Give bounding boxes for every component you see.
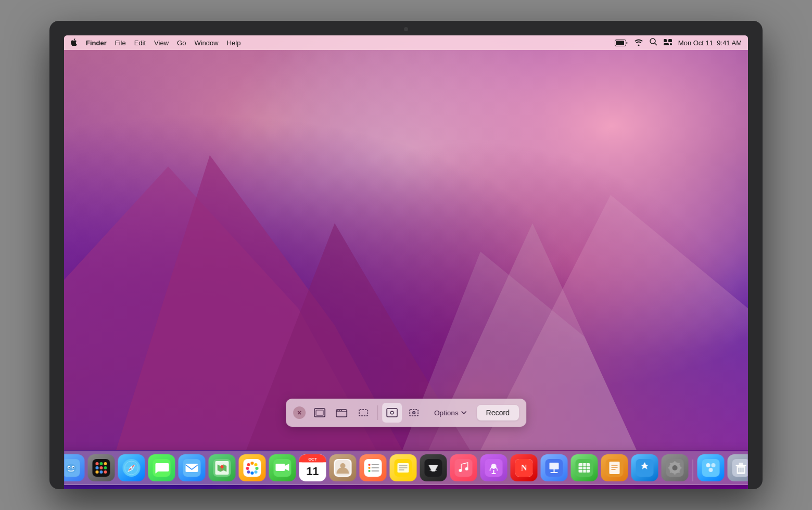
dock-item-appletv[interactable] bbox=[420, 454, 447, 481]
apple-menu[interactable] bbox=[70, 39, 78, 47]
dock-item-system-preferences[interactable] bbox=[662, 454, 689, 481]
dock-item-podcasts[interactable] bbox=[480, 454, 508, 481]
menubar-right: Mon Oct 11 9:41 AM bbox=[615, 38, 742, 47]
svg-rect-5 bbox=[664, 43, 669, 45]
dock-item-keynote[interactable] bbox=[541, 454, 568, 481]
svg-point-52 bbox=[256, 467, 259, 470]
svg-point-58 bbox=[250, 466, 255, 470]
options-label: Options bbox=[434, 409, 459, 417]
svg-point-57 bbox=[247, 463, 250, 466]
svg-text:OCT: OCT bbox=[308, 457, 316, 462]
dock-item-messages[interactable] bbox=[148, 454, 175, 481]
svg-point-72 bbox=[369, 467, 371, 469]
dock-item-finder[interactable] bbox=[64, 454, 85, 481]
svg-point-36 bbox=[104, 470, 107, 474]
svg-rect-116 bbox=[674, 472, 676, 475]
dock-separator bbox=[693, 460, 693, 481]
menu-window[interactable]: Window bbox=[194, 39, 218, 47]
svg-point-28 bbox=[96, 462, 99, 465]
screen: Finder File Edit View Go Window Help bbox=[64, 35, 748, 489]
dock-item-facetime[interactable] bbox=[269, 454, 296, 481]
svg-point-17 bbox=[391, 412, 393, 414]
svg-point-34 bbox=[96, 470, 99, 474]
svg-rect-4 bbox=[668, 39, 672, 42]
svg-point-30 bbox=[104, 462, 107, 465]
svg-point-55 bbox=[247, 470, 250, 474]
svg-rect-60 bbox=[276, 464, 285, 471]
dock-item-artstudio[interactable] bbox=[697, 454, 725, 481]
dock-item-maps[interactable] bbox=[209, 454, 236, 481]
toolbar-separator-1 bbox=[377, 405, 378, 420]
svg-point-56 bbox=[246, 467, 249, 470]
svg-point-74 bbox=[369, 470, 371, 472]
svg-point-54 bbox=[251, 471, 254, 475]
svg-rect-14 bbox=[359, 410, 367, 416]
dock-item-news[interactable]: N bbox=[511, 454, 538, 481]
svg-point-50 bbox=[251, 462, 254, 465]
svg-point-87 bbox=[491, 464, 497, 469]
svg-point-13 bbox=[341, 410, 342, 411]
svg-point-35 bbox=[100, 470, 103, 474]
svg-point-42 bbox=[131, 467, 132, 469]
dock-item-reminders[interactable] bbox=[360, 454, 387, 481]
svg-text:N: N bbox=[521, 463, 527, 472]
record-button[interactable]: Record bbox=[477, 405, 519, 420]
dock-item-contacts[interactable] bbox=[329, 454, 357, 481]
svg-point-26 bbox=[73, 467, 74, 468]
svg-point-51 bbox=[255, 463, 258, 466]
control-center-icon[interactable] bbox=[664, 39, 672, 47]
capture-entire-screen-button[interactable] bbox=[310, 403, 329, 423]
svg-point-111 bbox=[673, 465, 678, 470]
app-name[interactable]: Finder bbox=[86, 39, 107, 47]
svg-point-11 bbox=[337, 410, 338, 411]
dock-item-mail[interactable] bbox=[179, 454, 206, 481]
menu-edit[interactable]: Edit bbox=[134, 39, 146, 47]
svg-rect-118 bbox=[668, 467, 671, 469]
dock-item-calendar[interactable]: OCT 11 bbox=[299, 454, 326, 481]
menu-go[interactable]: Go bbox=[177, 39, 186, 47]
svg-point-22 bbox=[66, 464, 77, 473]
record-selection-button[interactable] bbox=[404, 403, 424, 423]
wifi-icon bbox=[634, 39, 643, 47]
svg-rect-3 bbox=[664, 39, 667, 42]
battery-icon bbox=[615, 40, 628, 46]
dock-item-music[interactable] bbox=[450, 454, 477, 481]
dock-item-photos[interactable] bbox=[239, 454, 266, 481]
dock-item-pages[interactable] bbox=[601, 454, 628, 481]
svg-point-70 bbox=[369, 464, 371, 466]
dock-item-trash[interactable] bbox=[728, 454, 748, 481]
svg-rect-6 bbox=[670, 43, 672, 45]
menu-file[interactable]: File bbox=[115, 39, 126, 47]
dock-item-safari[interactable] bbox=[118, 454, 145, 481]
menubar: Finder File Edit View Go Window Help bbox=[64, 35, 748, 50]
dock: OCT 11 bbox=[64, 451, 748, 485]
svg-point-32 bbox=[100, 466, 103, 469]
svg-rect-98 bbox=[579, 463, 590, 473]
svg-rect-114 bbox=[679, 467, 682, 469]
svg-point-123 bbox=[709, 468, 713, 472]
svg-rect-112 bbox=[674, 461, 676, 464]
dock-item-launchpad[interactable] bbox=[88, 454, 115, 481]
svg-point-53 bbox=[255, 470, 258, 474]
svg-rect-104 bbox=[610, 462, 620, 474]
dock-item-numbers[interactable] bbox=[571, 454, 598, 481]
menu-help[interactable]: Help bbox=[227, 39, 241, 47]
record-entire-screen-button[interactable] bbox=[382, 403, 402, 423]
svg-point-33 bbox=[104, 466, 107, 469]
close-button[interactable]: × bbox=[293, 406, 306, 419]
options-button[interactable]: Options bbox=[428, 406, 473, 420]
svg-rect-1 bbox=[616, 41, 624, 45]
svg-point-121 bbox=[706, 463, 710, 467]
capture-selection-button[interactable] bbox=[353, 403, 373, 423]
svg-rect-45 bbox=[186, 464, 198, 472]
date-time: Mon Oct 11 9:41 AM bbox=[678, 39, 742, 47]
dock-item-notes[interactable] bbox=[390, 454, 417, 481]
spotlight-icon[interactable] bbox=[650, 38, 657, 47]
capture-window-button[interactable] bbox=[332, 403, 351, 423]
dock-item-appstore[interactable] bbox=[631, 454, 658, 481]
svg-rect-127 bbox=[739, 463, 743, 465]
svg-text:11: 11 bbox=[307, 465, 319, 478]
svg-point-85 bbox=[465, 467, 468, 470]
menu-view[interactable]: View bbox=[154, 39, 169, 47]
screenshot-toolbar: × bbox=[286, 399, 526, 427]
